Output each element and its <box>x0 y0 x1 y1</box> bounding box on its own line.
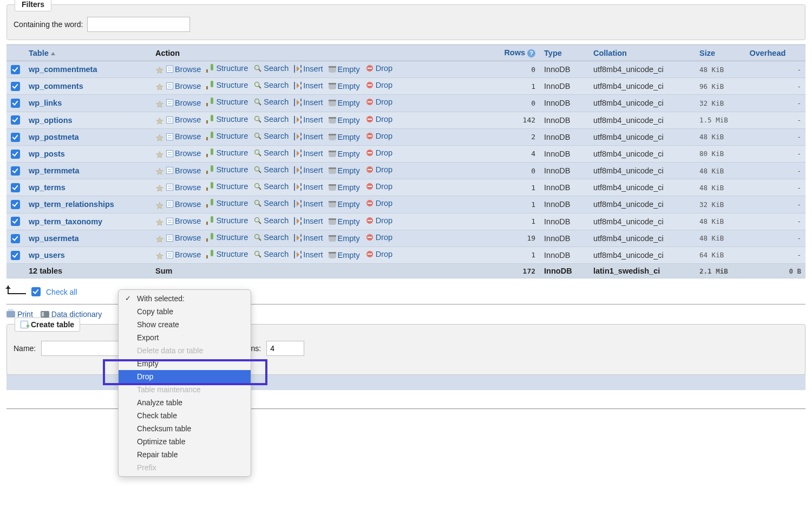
structure-link[interactable]: Structure <box>206 165 248 174</box>
browse-link[interactable]: Browse <box>166 166 201 175</box>
structure-link[interactable]: Structure <box>206 132 248 140</box>
browse-link[interactable]: Browse <box>166 82 201 90</box>
create-cols-input[interactable] <box>266 341 304 356</box>
browse-link[interactable]: Browse <box>166 65 201 74</box>
row-checkbox[interactable] <box>11 82 20 91</box>
insert-link[interactable]: Insert <box>294 149 323 158</box>
row-checkbox[interactable] <box>11 234 20 243</box>
search-link[interactable]: Search <box>253 233 289 242</box>
empty-link[interactable]: Empty <box>329 251 360 260</box>
browse-link[interactable]: Browse <box>166 149 201 158</box>
dropdown-show-create[interactable]: Show create <box>119 318 251 331</box>
col-type[interactable]: Type <box>540 45 589 61</box>
empty-link[interactable]: Empty <box>329 200 360 209</box>
search-link[interactable]: Search <box>253 64 289 73</box>
help-icon[interactable]: ? <box>527 49 535 57</box>
search-link[interactable]: Search <box>253 98 289 106</box>
star-icon[interactable] <box>155 83 164 92</box>
star-icon[interactable] <box>155 134 164 142</box>
star-icon[interactable] <box>155 252 164 261</box>
dropdown-empty[interactable]: Empty <box>119 357 251 370</box>
empty-link[interactable]: Empty <box>329 234 360 243</box>
row-checkbox[interactable] <box>11 150 20 159</box>
row-checkbox[interactable] <box>11 133 20 142</box>
drop-link[interactable]: Drop <box>365 250 392 258</box>
row-checkbox[interactable] <box>11 200 20 209</box>
search-link[interactable]: Search <box>253 216 289 225</box>
table-name-link[interactable]: wp_posts <box>29 150 65 158</box>
empty-link[interactable]: Empty <box>329 166 360 175</box>
checkall-checkbox[interactable] <box>31 287 41 296</box>
row-checkbox[interactable] <box>11 217 20 226</box>
dropdown-analyze[interactable]: Analyze table <box>119 396 251 409</box>
structure-link[interactable]: Structure <box>206 216 248 225</box>
star-icon[interactable] <box>155 66 164 75</box>
structure-link[interactable]: Structure <box>206 64 248 73</box>
table-name-link[interactable]: wp_term_relationships <box>29 200 114 209</box>
col-collation[interactable]: Collation <box>589 45 695 61</box>
insert-link[interactable]: Insert <box>294 250 323 259</box>
star-icon[interactable] <box>155 184 164 193</box>
structure-link[interactable]: Structure <box>206 182 248 191</box>
search-link[interactable]: Search <box>253 132 289 140</box>
drop-link[interactable]: Drop <box>365 81 392 89</box>
browse-link[interactable]: Browse <box>166 99 201 107</box>
row-checkbox[interactable] <box>11 166 20 176</box>
empty-link[interactable]: Empty <box>329 65 360 74</box>
dropdown-export[interactable]: Export <box>119 331 251 344</box>
insert-link[interactable]: Insert <box>294 115 323 124</box>
row-checkbox[interactable] <box>11 65 20 74</box>
table-name-link[interactable]: wp_links <box>29 99 62 107</box>
drop-link[interactable]: Drop <box>365 132 392 140</box>
star-icon[interactable] <box>155 100 164 109</box>
dropdown-drop[interactable]: Drop <box>119 370 251 383</box>
checkall-link[interactable]: Check all <box>46 288 77 296</box>
structure-link[interactable]: Structure <box>206 250 248 258</box>
empty-link[interactable]: Empty <box>329 82 360 90</box>
insert-link[interactable]: Insert <box>294 217 323 225</box>
row-checkbox[interactable] <box>11 251 20 260</box>
table-name-link[interactable]: wp_users <box>29 251 65 260</box>
drop-link[interactable]: Drop <box>365 148 392 157</box>
empty-link[interactable]: Empty <box>329 116 360 125</box>
empty-link[interactable]: Empty <box>329 183 360 192</box>
structure-link[interactable]: Structure <box>206 98 248 106</box>
drop-link[interactable]: Drop <box>365 182 392 191</box>
drop-link[interactable]: Drop <box>365 64 392 73</box>
table-name-link[interactable]: wp_comments <box>29 82 83 90</box>
browse-link[interactable]: Browse <box>166 200 201 209</box>
table-name-link[interactable]: wp_postmeta <box>29 133 79 141</box>
search-link[interactable]: Search <box>253 182 289 191</box>
search-link[interactable]: Search <box>253 199 289 208</box>
structure-link[interactable]: Structure <box>206 115 248 124</box>
table-name-link[interactable]: wp_options <box>29 116 73 125</box>
empty-link[interactable]: Empty <box>329 99 360 107</box>
empty-link[interactable]: Empty <box>329 133 360 141</box>
browse-link[interactable]: Browse <box>166 234 201 242</box>
browse-link[interactable]: Browse <box>166 132 201 141</box>
drop-link[interactable]: Drop <box>365 98 392 106</box>
structure-link[interactable]: Structure <box>206 148 248 157</box>
structure-link[interactable]: Structure <box>206 233 248 242</box>
table-name-link[interactable]: wp_term_taxonomy <box>29 217 102 226</box>
drop-link[interactable]: Drop <box>365 233 392 242</box>
insert-link[interactable]: Insert <box>294 98 323 107</box>
empty-link[interactable]: Empty <box>329 217 360 226</box>
browse-link[interactable]: Browse <box>166 250 201 259</box>
col-table[interactable]: Table <box>24 45 151 61</box>
star-icon[interactable] <box>155 218 164 227</box>
row-checkbox[interactable] <box>11 115 20 125</box>
table-name-link[interactable]: wp_commentmeta <box>29 65 97 74</box>
insert-link[interactable]: Insert <box>294 132 323 141</box>
search-link[interactable]: Search <box>253 148 289 157</box>
drop-link[interactable]: Drop <box>365 165 392 174</box>
browse-link[interactable]: Browse <box>166 217 201 225</box>
filters-input[interactable] <box>87 17 190 32</box>
insert-link[interactable]: Insert <box>294 81 323 90</box>
search-link[interactable]: Search <box>253 81 289 89</box>
search-link[interactable]: Search <box>253 250 289 258</box>
col-rows[interactable]: Rows ? <box>486 45 540 61</box>
col-size[interactable]: Size <box>695 45 745 61</box>
col-overhead[interactable]: Overhead <box>745 45 806 61</box>
browse-link[interactable]: Browse <box>166 183 201 192</box>
